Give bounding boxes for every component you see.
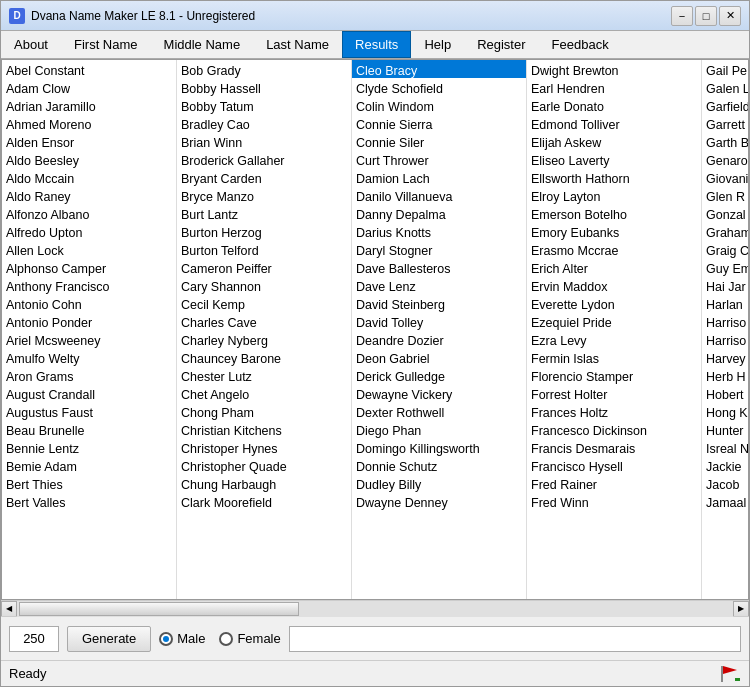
- list-item[interactable]: Chauncey Barone: [177, 348, 351, 366]
- list-item[interactable]: Antonio Cohn: [2, 294, 176, 312]
- minimize-button[interactable]: −: [671, 6, 693, 26]
- list-item[interactable]: Erasmo Mccrae: [527, 240, 701, 258]
- list-item[interactable]: Garfield: [702, 96, 748, 114]
- list-item[interactable]: Elijah Askew: [527, 132, 701, 150]
- list-item[interactable]: Bryant Carden: [177, 168, 351, 186]
- list-item[interactable]: Alfonzo Albano: [2, 204, 176, 222]
- list-item[interactable]: Harlan: [702, 294, 748, 312]
- list-item[interactable]: Alfredo Upton: [2, 222, 176, 240]
- list-item[interactable]: Gonzal: [702, 204, 748, 222]
- list-item[interactable]: Broderick Gallaher: [177, 150, 351, 168]
- list-item[interactable]: Danny Depalma: [352, 204, 526, 222]
- list-item[interactable]: Earle Donato: [527, 96, 701, 114]
- list-item[interactable]: Chong Pham: [177, 402, 351, 420]
- scroll-right-button[interactable]: ▶: [733, 601, 749, 617]
- list-item[interactable]: Everette Lydon: [527, 294, 701, 312]
- count-input[interactable]: [9, 626, 59, 652]
- list-item[interactable]: Bryce Manzo: [177, 186, 351, 204]
- list-item[interactable]: Augustus Faust: [2, 402, 176, 420]
- list-item[interactable]: Christopher Quade: [177, 456, 351, 474]
- list-item[interactable]: Ezequiel Pride: [527, 312, 701, 330]
- list-item[interactable]: Dexter Rothwell: [352, 402, 526, 420]
- list-item[interactable]: Bennie Lentz: [2, 438, 176, 456]
- list-item[interactable]: Jacob: [702, 474, 748, 492]
- list-item[interactable]: Dave Ballesteros: [352, 258, 526, 276]
- menu-item-help[interactable]: Help: [411, 31, 464, 58]
- list-item[interactable]: Clyde Schofield: [352, 78, 526, 96]
- list-item[interactable]: Alden Ensor: [2, 132, 176, 150]
- list-item[interactable]: Garrett: [702, 114, 748, 132]
- list-item[interactable]: Hobert: [702, 384, 748, 402]
- list-item[interactable]: Fred Winn: [527, 492, 701, 510]
- list-item[interactable]: Burton Telford: [177, 240, 351, 258]
- list-item[interactable]: Dave Lenz: [352, 276, 526, 294]
- list-item[interactable]: Graham: [702, 222, 748, 240]
- list-item[interactable]: David Tolley: [352, 312, 526, 330]
- list-item[interactable]: Cecil Kemp: [177, 294, 351, 312]
- scroll-track[interactable]: [17, 601, 733, 617]
- list-item[interactable]: Bert Valles: [2, 492, 176, 510]
- list-item[interactable]: Harvey: [702, 348, 748, 366]
- list-item[interactable]: Aldo Mccain: [2, 168, 176, 186]
- list-item[interactable]: Isreal N: [702, 438, 748, 456]
- list-item[interactable]: Elroy Layton: [527, 186, 701, 204]
- list-item[interactable]: Edmond Tolliver: [527, 114, 701, 132]
- list-scroll-area[interactable]: Abel ConstantAdam ClowAdrian JaramilloAh…: [2, 60, 748, 599]
- list-item[interactable]: Alphonso Camper: [2, 258, 176, 276]
- list-item[interactable]: Abel Constant: [2, 60, 176, 78]
- male-radio[interactable]: [159, 632, 173, 646]
- list-item[interactable]: Curt Thrower: [352, 150, 526, 168]
- list-item[interactable]: Harriso: [702, 312, 748, 330]
- list-item[interactable]: Graig C: [702, 240, 748, 258]
- list-item[interactable]: Domingo Killingsworth: [352, 438, 526, 456]
- menu-item-about[interactable]: About: [1, 31, 61, 58]
- list-item[interactable]: Darius Knotts: [352, 222, 526, 240]
- menu-item-results[interactable]: Results: [342, 31, 411, 58]
- list-item[interactable]: Brian Winn: [177, 132, 351, 150]
- list-item[interactable]: Francesco Dickinson: [527, 420, 701, 438]
- list-item[interactable]: Deon Gabriel: [352, 348, 526, 366]
- list-item[interactable]: Adrian Jaramillo: [2, 96, 176, 114]
- list-item[interactable]: Frances Holtz: [527, 402, 701, 420]
- list-item[interactable]: Burton Herzog: [177, 222, 351, 240]
- list-item[interactable]: Anthony Francisco: [2, 276, 176, 294]
- list-item[interactable]: Damion Lach: [352, 168, 526, 186]
- list-item[interactable]: Gail Pe: [702, 60, 748, 78]
- maximize-button[interactable]: □: [695, 6, 717, 26]
- list-item[interactable]: Beau Brunelle: [2, 420, 176, 438]
- list-item[interactable]: Bobby Hassell: [177, 78, 351, 96]
- list-item[interactable]: Guy Em: [702, 258, 748, 276]
- list-item[interactable]: Daryl Stogner: [352, 240, 526, 258]
- list-item[interactable]: Diego Phan: [352, 420, 526, 438]
- list-item[interactable]: Chung Harbaugh: [177, 474, 351, 492]
- list-item[interactable]: Charley Nyberg: [177, 330, 351, 348]
- list-item[interactable]: Ahmed Moreno: [2, 114, 176, 132]
- list-item[interactable]: Clark Moorefield: [177, 492, 351, 510]
- list-item[interactable]: Christian Kitchens: [177, 420, 351, 438]
- list-item[interactable]: Eliseo Laverty: [527, 150, 701, 168]
- menu-item-first-name[interactable]: First Name: [61, 31, 151, 58]
- list-item[interactable]: August Crandall: [2, 384, 176, 402]
- list-item[interactable]: Cameron Peiffer: [177, 258, 351, 276]
- list-item[interactable]: Genaro: [702, 150, 748, 168]
- list-item[interactable]: Emory Eubanks: [527, 222, 701, 240]
- list-item[interactable]: Emerson Botelho: [527, 204, 701, 222]
- list-item[interactable]: Adam Clow: [2, 78, 176, 96]
- list-item[interactable]: Charles Cave: [177, 312, 351, 330]
- male-radio-label[interactable]: Male: [159, 631, 205, 646]
- list-item[interactable]: Aldo Beesley: [2, 150, 176, 168]
- list-item[interactable]: Antonio Ponder: [2, 312, 176, 330]
- list-item[interactable]: Ezra Levy: [527, 330, 701, 348]
- list-item[interactable]: Connie Siler: [352, 132, 526, 150]
- menu-item-register[interactable]: Register: [464, 31, 538, 58]
- list-item[interactable]: Bemie Adam: [2, 456, 176, 474]
- female-radio[interactable]: [219, 632, 233, 646]
- list-item[interactable]: Forrest Holter: [527, 384, 701, 402]
- list-item[interactable]: Fermin Islas: [527, 348, 701, 366]
- list-item[interactable]: Amulfo Welty: [2, 348, 176, 366]
- list-item[interactable]: Bobby Tatum: [177, 96, 351, 114]
- list-item[interactable]: Cleo Bracy: [352, 60, 526, 78]
- list-item[interactable]: David Steinberg: [352, 294, 526, 312]
- menu-item-middle-name[interactable]: Middle Name: [151, 31, 254, 58]
- close-button[interactable]: ✕: [719, 6, 741, 26]
